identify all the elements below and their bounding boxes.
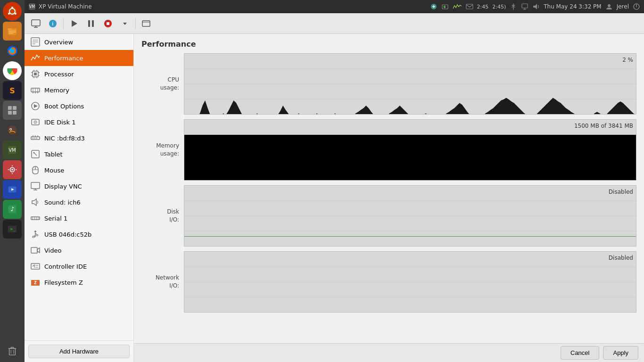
tablet-icon bbox=[30, 149, 41, 159]
apply-button[interactable]: Apply bbox=[603, 346, 638, 360]
sidebar-nic-label: NIC :bd:f8:d3 bbox=[44, 135, 85, 142]
sidebar-nav: Overview Performance Process bbox=[25, 34, 134, 362]
svg-rect-61 bbox=[142, 21, 150, 26]
sidebar-nav-scroll: Overview Performance Process bbox=[25, 34, 133, 340]
dock-sublime-icon[interactable]: S bbox=[3, 81, 22, 100]
svg-point-47 bbox=[608, 4, 611, 7]
memory-fill-bar bbox=[184, 135, 636, 180]
dock-firefox-icon[interactable] bbox=[3, 41, 22, 60]
sidebar-item-filesystem-z[interactable]: Z Filesystem Z bbox=[25, 274, 133, 290]
controller-ide-icon bbox=[30, 261, 41, 272]
sidebar-item-usb[interactable]: USB 046d:c52b bbox=[25, 226, 133, 242]
svg-point-98 bbox=[33, 152, 35, 154]
svg-rect-41 bbox=[444, 6, 446, 8]
sidebar-video-label: Video bbox=[44, 247, 61, 254]
svg-rect-102 bbox=[31, 182, 40, 189]
sidebar-boot-label: Boot Options bbox=[44, 103, 84, 110]
svg-point-88 bbox=[35, 122, 36, 123]
add-hardware-button[interactable]: Add Hardware bbox=[28, 345, 130, 358]
cancel-button[interactable]: Cancel bbox=[561, 346, 599, 360]
memory-chart-row: Memoryusage: 1500 MB of 3841 MB bbox=[141, 119, 636, 181]
memory-label-text: Memoryusage: bbox=[156, 142, 179, 158]
pause-button[interactable] bbox=[83, 16, 99, 31]
sidebar-item-boot-options[interactable]: Boot Options bbox=[25, 98, 133, 114]
svg-text:♪: ♪ bbox=[10, 206, 14, 213]
sidebar-item-performance[interactable]: Performance bbox=[25, 50, 133, 66]
play-button[interactable] bbox=[66, 16, 82, 31]
svg-text:VM: VM bbox=[29, 5, 35, 9]
svg-marker-85 bbox=[34, 104, 38, 108]
svg-rect-119 bbox=[31, 263, 40, 269]
stop-button[interactable] bbox=[100, 16, 116, 31]
sidebar-item-ide-disk-1[interactable]: IDE Disk 1 bbox=[25, 114, 133, 130]
sidebar-item-controller-ide[interactable]: Controller IDE bbox=[25, 258, 133, 274]
sidebar-item-processor[interactable]: Processor bbox=[25, 66, 133, 82]
svg-point-25 bbox=[11, 169, 13, 171]
ide-disk-icon bbox=[30, 117, 41, 127]
tray-icon-2 bbox=[441, 3, 449, 10]
disk-grid-line-1 bbox=[184, 201, 636, 201]
sidebar-item-serial-1[interactable]: Serial 1 bbox=[25, 210, 133, 226]
dock-trash-icon[interactable] bbox=[3, 341, 22, 360]
monitor-button[interactable] bbox=[28, 16, 43, 31]
network-grid-line-1 bbox=[184, 267, 636, 267]
battery-time: 2:45 bbox=[477, 4, 489, 10]
sidebar-sound-label: Sound: ich6 bbox=[44, 199, 81, 206]
sidebar-item-display-vnc[interactable]: Display VNC bbox=[25, 178, 133, 194]
sidebar-mouse-label: Mouse bbox=[44, 167, 64, 174]
sidebar-item-memory[interactable]: Memory bbox=[25, 82, 133, 98]
nic-icon bbox=[30, 133, 41, 143]
svg-rect-9 bbox=[9, 33, 13, 34]
dock-terminal-icon[interactable]: >_ bbox=[3, 220, 22, 239]
network-chart-value: Disabled bbox=[609, 255, 633, 261]
svg-rect-18 bbox=[13, 111, 17, 115]
disk-chart-value: Disabled bbox=[609, 189, 633, 195]
info-button[interactable]: i bbox=[45, 16, 60, 31]
dock-icon2[interactable]: VM bbox=[3, 140, 22, 159]
dropdown-button[interactable] bbox=[117, 16, 132, 31]
usb-icon bbox=[30, 229, 41, 239]
sidebar-item-mouse[interactable]: Mouse bbox=[25, 162, 133, 178]
cpu-waveform-svg bbox=[184, 54, 636, 115]
cpu-label-text: CPUusage: bbox=[160, 76, 179, 92]
title-bar-left: VM XP Virtual Machine bbox=[28, 3, 92, 10]
svg-rect-7 bbox=[9, 31, 16, 31]
svg-rect-17 bbox=[8, 111, 12, 115]
dock-media-icon[interactable] bbox=[3, 180, 22, 199]
svg-rect-15 bbox=[8, 106, 12, 110]
disk-chart-row: DiskI/O: Disabled bbox=[141, 185, 636, 247]
svg-rect-117 bbox=[31, 247, 37, 253]
svg-rect-59 bbox=[107, 22, 109, 25]
window-button[interactable] bbox=[139, 16, 154, 31]
cpu-chart-value: 2 % bbox=[622, 57, 633, 63]
dock-gimp-icon[interactable] bbox=[3, 121, 22, 140]
sidebar-item-tablet[interactable]: Tablet bbox=[25, 146, 133, 162]
dock-settings-icon[interactable] bbox=[3, 160, 22, 179]
sidebar-item-nic[interactable]: NIC :bd:f8:d3 bbox=[25, 130, 133, 146]
sidebar-item-overview[interactable]: Overview bbox=[25, 34, 133, 50]
ubuntu-dock: S VM ♪ >_ bbox=[0, 0, 25, 362]
window-title: XP Virtual Machine bbox=[39, 3, 92, 10]
mouse-icon bbox=[30, 165, 41, 175]
dock-audio-icon[interactable]: ♪ bbox=[3, 200, 22, 219]
sidebar-serial-label: Serial 1 bbox=[44, 215, 67, 222]
power-icon[interactable] bbox=[633, 3, 640, 10]
sidebar-item-video[interactable]: Video bbox=[25, 242, 133, 258]
dock-chrome-icon[interactable] bbox=[3, 61, 22, 80]
sidebar-display-vnc-label: Display VNC bbox=[44, 183, 82, 190]
dock-files-icon[interactable] bbox=[3, 22, 22, 41]
svg-rect-6 bbox=[8, 29, 12, 30]
volume-icon bbox=[532, 3, 540, 10]
svg-text:i: i bbox=[52, 21, 54, 26]
svg-rect-68 bbox=[34, 73, 37, 75]
cpu-chart-label: CPUusage: bbox=[141, 53, 184, 115]
svg-point-2 bbox=[11, 7, 13, 8]
display-vnc-icon bbox=[30, 181, 41, 191]
panel-content: Performance CPUusage: bbox=[134, 34, 644, 343]
disk-chart-label: DiskI/O: bbox=[141, 185, 184, 247]
sidebar-item-sound[interactable]: Sound: ich6 bbox=[25, 194, 133, 210]
sidebar-ide-disk-label: IDE Disk 1 bbox=[44, 119, 76, 126]
dock-grid-icon[interactable] bbox=[3, 101, 22, 120]
user-icon bbox=[605, 3, 613, 10]
dock-ubuntu-icon[interactable] bbox=[3, 2, 22, 21]
